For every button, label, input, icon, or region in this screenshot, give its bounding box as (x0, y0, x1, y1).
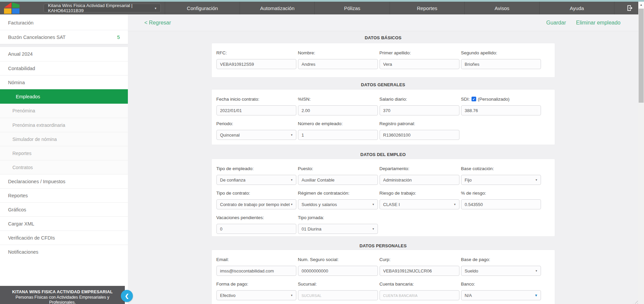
card-datos-personales: Email: Num. Seguro social: Curp: Base de… (212, 250, 555, 304)
sidebar-item-contratos[interactable]: Contratos (0, 160, 128, 174)
forma-de-pago-select[interactable]: Efectivo ▾ (216, 290, 296, 300)
sidebar-item-reportes-nomina[interactable]: Reportes (0, 146, 128, 160)
numero-empleado-input[interactable] (298, 130, 378, 140)
sidebar-item-label: Nómina (8, 80, 25, 85)
chevron-down-icon: ▾ (534, 178, 537, 182)
sidebar-item-label: Prenómina extraordinaria (12, 122, 65, 128)
field-label: Tipo de empleado: (216, 166, 296, 171)
field-cuenta-bancaria: Cuenta bancaria: (380, 281, 459, 300)
sidebar-section-separator (0, 44, 128, 47)
field-label: Riesgo de trabajo: (380, 190, 459, 196)
sidebar-item-prenomina-extraordinaria[interactable]: Prenómina extraordinaria (0, 118, 128, 132)
banco-select[interactable]: N/A ▾ (461, 290, 541, 300)
field-label: Número de empleado: (298, 121, 378, 126)
sidebar-item-notificaciones[interactable]: Notificaciones (0, 245, 128, 259)
sidebar-item-facturacion[interactable]: Facturación (0, 16, 128, 30)
menu-avisos[interactable]: Avisos (464, 2, 539, 14)
periodo-select[interactable]: Quincenal ▾ (216, 130, 296, 140)
field-numero-empleado: Número de empleado: (298, 121, 378, 140)
sidebar-item-reportes[interactable]: Reportes (0, 188, 128, 202)
scrollbar-thumb[interactable] (639, 9, 644, 103)
topbar: Kitana Wins Fisica Actividad Empresarial… (0, 2, 638, 14)
sdi-input[interactable] (461, 105, 541, 115)
menu-polizas[interactable]: Pólizas (314, 2, 389, 14)
save-button[interactable]: Guardar (546, 20, 566, 26)
menu-automatizacion[interactable]: Automatización (240, 2, 314, 14)
riesgo-de-trabajo-select[interactable]: CLASE I ▾ (380, 199, 459, 209)
field-num-seguro-social: Num. Seguro social: (298, 257, 378, 276)
tipo-jornada-select[interactable]: 01 Diurina ▾ (298, 224, 378, 234)
scrollbar-up-arrow[interactable]: ▲ (638, 2, 644, 8)
back-link[interactable]: < Regresar (144, 20, 171, 26)
field-label: Departamento: (380, 166, 459, 171)
field-label: Periodo: (216, 121, 296, 126)
logo-blue-quadrant (12, 8, 19, 14)
regimen-de-contratacion-select[interactable]: Sueldos y salarios ▾ (298, 199, 378, 209)
num-seguro-social-input[interactable] (298, 266, 378, 276)
field-periodo: Periodo: Quincenal ▾ (216, 121, 296, 140)
chevron-down-icon: ▾ (371, 227, 374, 231)
vacaciones-pendientes-input[interactable] (216, 224, 296, 234)
tipo-de-contrato-select[interactable]: Contrato de trabajo por tiempo indet ▾ (216, 199, 296, 209)
base-cotizacion-select[interactable]: Fijo ▾ (461, 175, 541, 185)
field-label: Base cotización: (461, 166, 541, 171)
sucursal-input[interactable] (298, 290, 378, 300)
field-label: Régimen de contratación: (298, 190, 378, 196)
email-input[interactable] (216, 266, 296, 276)
sidebar-item-declaraciones-impuestos[interactable]: Declaraciones / Impuestos (0, 174, 128, 188)
field-base-cotizacion: Base cotización: Fijo ▾ (461, 166, 541, 185)
sidebar-item-nomina[interactable]: Nómina (0, 75, 128, 89)
field-label: Forma de pago: (216, 281, 296, 287)
chevron-down-icon: ▾ (290, 294, 293, 297)
delete-employee-button[interactable]: Eliminar empleado (576, 20, 621, 26)
logout-button[interactable] (622, 2, 638, 14)
departamento-input[interactable] (380, 175, 459, 185)
field-nombre: Nombre: (298, 50, 378, 69)
sidebar-item-label: Reportes (12, 151, 32, 156)
field-label: Segundo apellido: (461, 50, 541, 55)
sidebar-item-graficos[interactable]: Gráficos (0, 202, 128, 216)
logo-green-quadrant (12, 2, 19, 8)
sidebar-item-verificacion-de-cfdis[interactable]: Verificación de CFDIs (0, 231, 128, 245)
menu-configuracion[interactable]: Configuración (165, 2, 240, 14)
sidebar-item-label: Facturación (8, 20, 34, 26)
puesto-input[interactable] (298, 175, 378, 185)
curp-input[interactable] (380, 266, 459, 276)
field-label: % de riesgo: (461, 190, 541, 196)
salario-diario-input[interactable] (380, 105, 459, 115)
field-rfc: RFC: (216, 50, 296, 69)
sidebar-item-label: Cargar XML (8, 221, 34, 226)
segundo-apellido-input[interactable] (461, 59, 541, 69)
pct-de-riesgo-input[interactable] (461, 199, 541, 209)
menu-reportes[interactable]: Reportes (390, 2, 464, 14)
field-riesgo-de-trabajo: Riesgo de trabajo: CLASE I ▾ (380, 190, 459, 209)
field-sucursal: Sucursal: (298, 281, 378, 300)
fecha-inicio-contrato-input[interactable] (216, 105, 296, 115)
primer-apellido-input[interactable] (380, 59, 459, 69)
base-de-pago-select[interactable]: Sueldo ▾ (461, 266, 541, 276)
action-links: Guardar Eliminar empleado (546, 20, 621, 26)
sidebar-item-label: Verificación de CFDIs (8, 235, 55, 241)
field-label: Base de pago: (461, 257, 541, 262)
field-label: Cuenta bancaria: (380, 281, 459, 287)
rfc-input[interactable] (216, 59, 296, 69)
sidebar-item-cargar-xml[interactable]: Cargar XML (0, 216, 128, 231)
sidebar-item-prenomina[interactable]: Prenómina (0, 104, 128, 118)
isn-input[interactable] (298, 105, 378, 115)
cuenta-bancaria-input[interactable] (380, 290, 459, 300)
sidebar-item-buzon-cancelaciones-sat[interactable]: Buzón Cancelaciones SAT 5 (0, 30, 128, 44)
field-puesto: Puesto: (298, 166, 378, 185)
sidebar-item-contabilidad[interactable]: Contabilidad (0, 61, 128, 75)
vertical-scrollbar[interactable]: ▲ (638, 2, 644, 304)
company-selector-dropdown[interactable]: Kitana Wins Fisica Actividad Empresarial… (44, 4, 161, 12)
sidebar-item-anual-2024[interactable]: Anual 2024 (0, 47, 128, 61)
nombre-input[interactable] (298, 59, 378, 69)
menu-ayuda[interactable]: Ayuda (539, 2, 614, 14)
registro-patronal-input[interactable] (380, 130, 459, 140)
sidebar-item-empleados[interactable]: Empleados (0, 89, 128, 104)
sidebar-item-simulador-de-nomina[interactable]: Simulador de nómina (0, 132, 128, 146)
field-label: Tipo jornada: (298, 215, 378, 220)
sidebar-collapse-button[interactable]: ❮ (121, 290, 133, 302)
tipo-de-empleado-select[interactable]: De confianza ▾ (216, 175, 296, 185)
sdi-personalizado-checkbox[interactable] (472, 97, 476, 101)
